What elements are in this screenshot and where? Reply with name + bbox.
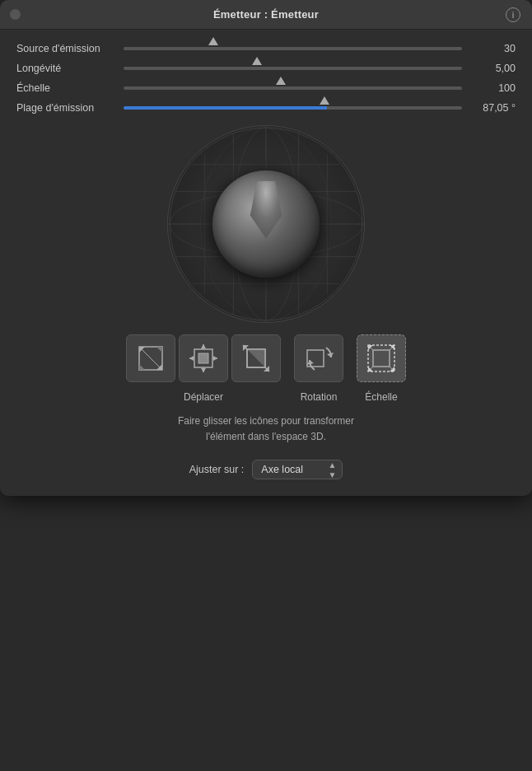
transform-section: Déplacer Rotation Échelle Faire glisser …: [16, 334, 516, 479]
titlebar: Émetteur : Émetteur i: [0, 0, 532, 30]
param-row-3: Plage d'émission 87,05 °: [16, 102, 516, 114]
move-all-icon: [188, 343, 219, 374]
transform-labels-row: Déplacer Rotation Échelle: [16, 389, 516, 404]
hint-text: Faire glisser les icônes pour transforme…: [16, 414, 516, 445]
rotation-label: Rotation: [301, 391, 338, 403]
param-slider-3[interactable]: [124, 106, 462, 110]
bottom-row: Ajuster sur : Axe local Axe monde Axe vu…: [16, 460, 516, 479]
slider-thumb-1: [252, 57, 262, 65]
slider-thumb-0: [208, 37, 218, 45]
move-diagonal-button[interactable]: [231, 334, 281, 382]
param-slider-0[interactable]: [124, 47, 462, 50]
param-label-1: Longévité: [16, 63, 124, 74]
main-window: Émetteur : Émetteur i Source d'émission …: [0, 0, 532, 496]
window-title: Émetteur : Émetteur: [213, 8, 319, 21]
svg-rect-21: [198, 353, 208, 363]
svg-marker-18: [156, 347, 162, 353]
param-value-0: 30: [462, 43, 516, 54]
param-row-2: Échelle 100: [16, 82, 516, 94]
param-value-3: 87,05 °: [462, 102, 516, 114]
param-label-2: Échelle: [16, 82, 124, 94]
axe-select-wrapper: Axe local Axe monde Axe vue ▲ ▼: [252, 460, 343, 479]
transform-group-deplacer: [126, 334, 281, 382]
sphere-container: [167, 125, 365, 323]
param-row-1: Longévité 5,00: [16, 63, 516, 74]
move-all-button[interactable]: [179, 334, 228, 382]
deplacer-label: Déplacer: [184, 391, 223, 403]
echelle-icon: [366, 343, 397, 374]
param-slider-2[interactable]: [124, 86, 462, 90]
svg-line-15: [139, 347, 162, 370]
echelle-button[interactable]: [357, 334, 406, 382]
close-button[interactable]: [10, 9, 21, 20]
info-button[interactable]: i: [506, 7, 520, 22]
svg-marker-19: [139, 364, 145, 370]
svg-marker-31: [247, 349, 265, 367]
sphere-area: [16, 125, 516, 323]
move-resize-button[interactable]: [126, 334, 175, 382]
rotation-label-container: Rotation: [294, 389, 343, 404]
deplacer-label-container: Déplacer: [126, 389, 281, 404]
param-value-1: 5,00: [462, 63, 516, 74]
svg-rect-41: [373, 350, 390, 367]
param-value-2: 100: [462, 82, 516, 94]
echelle-label: Échelle: [365, 391, 397, 403]
axe-select[interactable]: Axe local Axe monde Axe vue: [252, 460, 343, 479]
param-label-0: Source d'émission: [16, 43, 124, 54]
deplacer-buttons: [126, 334, 281, 382]
slider-thumb-3: [320, 96, 329, 105]
transform-buttons-row: [16, 334, 516, 382]
transform-group-echelle: [357, 334, 406, 382]
move-resize-icon: [135, 343, 166, 374]
transform-group-rotation: [294, 334, 343, 382]
rotation-icon: [303, 343, 334, 374]
rotation-button[interactable]: [294, 334, 343, 382]
param-label-3: Plage d'émission: [16, 102, 124, 114]
param-slider-1[interactable]: [124, 67, 462, 70]
content-area: Source d'émission 30 Longévité 5,00 Éche…: [0, 30, 532, 496]
move-diagonal-icon: [240, 343, 272, 374]
param-row-0: Source d'émission 30: [16, 43, 516, 54]
echelle-label-container: Échelle: [357, 389, 406, 404]
slider-thumb-2: [276, 77, 286, 85]
ajuster-label: Ajuster sur :: [189, 464, 245, 475]
